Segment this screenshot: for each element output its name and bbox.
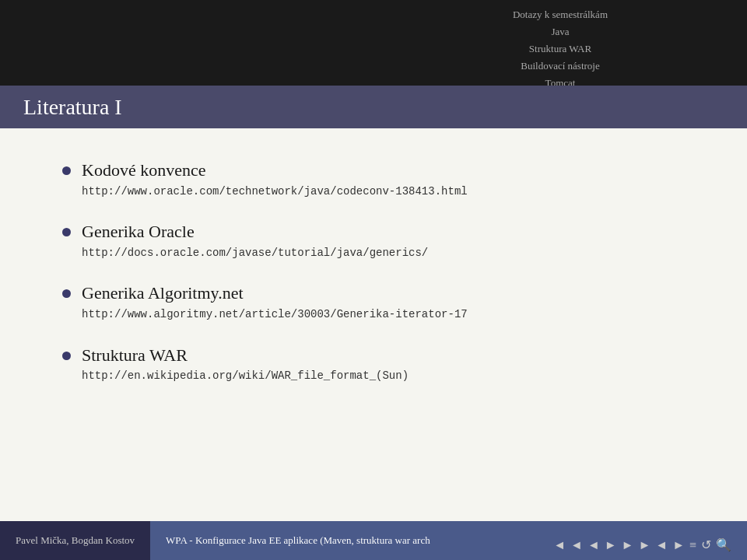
nav-next-icon[interactable]: ► <box>622 538 634 552</box>
bib-url-4[interactable]: http://en.wikipedia.org/wiki/WAR_file_fo… <box>82 369 700 384</box>
nav-item-dotazy[interactable]: Dotazy k semestrálkám <box>389 6 731 23</box>
bib-url-1[interactable]: http://www.oracle.com/technetwork/java/c… <box>82 184 700 200</box>
list-item: Kodové konvence http://www.oracle.com/te… <box>62 159 700 199</box>
list-item: Struktura WAR http://en.wikipedia.org/wi… <box>62 345 700 384</box>
nav-item-java[interactable]: Java <box>389 23 731 40</box>
nav-next2-icon[interactable]: ► <box>638 538 651 552</box>
nav-left-icon[interactable]: ◄ <box>587 538 600 552</box>
nav-right-icon[interactable]: ► <box>605 538 617 552</box>
main-content: Kodové konvence http://www.oracle.com/te… <box>0 128 747 521</box>
page-title: Literatura I <box>23 95 724 120</box>
bibliography-list: Kodové konvence http://www.oracle.com/te… <box>62 159 700 384</box>
nav-refresh-icon[interactable]: ↺ <box>701 537 711 552</box>
bib-title-2: Generika Oracle <box>82 221 700 243</box>
left-top-bar <box>0 0 374 86</box>
bib-url-3[interactable]: http://www.algoritmy.net/article/30003/G… <box>82 307 700 323</box>
nav-menu-icon[interactable]: ≡ <box>689 538 696 552</box>
authors-label: Pavel Mička, Bogdan Kostov <box>0 534 150 547</box>
bib-title-3: Generika Algoritmy.net <box>82 282 700 305</box>
nav-prev-icon[interactable]: ◄ <box>553 538 566 552</box>
bib-url-2[interactable]: http://docs.oracle.com/javase/tutorial/j… <box>82 246 700 261</box>
list-item: Generika Oracle http://docs.oracle.com/j… <box>62 221 700 261</box>
bib-title-1: Kodové konvence <box>82 159 700 182</box>
nav-right2-icon[interactable]: ► <box>672 538 685 552</box>
nav-item-struktura-war[interactable]: Struktura WAR <box>389 40 731 58</box>
nav-prev2-icon[interactable]: ◄ <box>570 538 583 552</box>
nav-search-icon[interactable]: 🔍 <box>716 537 731 552</box>
list-item: Generika Algoritmy.net http://www.algori… <box>62 282 700 322</box>
navigation-icons[interactable]: ◄ ◄ ◄ ► ► ► ◄ ► ≡ ↺ 🔍 <box>553 537 731 552</box>
bib-title-4: Struktura WAR <box>82 345 700 367</box>
nav-item-buildovaci[interactable]: Buildovací nástroje <box>389 58 731 75</box>
section-header: Literatura I <box>0 86 747 129</box>
nav-left2-icon[interactable]: ◄ <box>655 538 668 552</box>
